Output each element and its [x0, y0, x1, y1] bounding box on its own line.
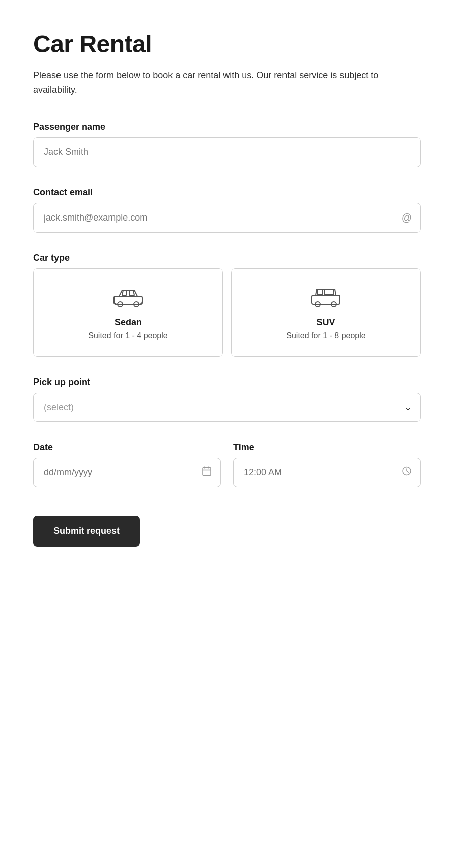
- suv-name: SUV: [316, 317, 335, 328]
- pickup-point-select[interactable]: (select): [33, 393, 421, 422]
- passenger-name-group: Passenger name: [33, 122, 421, 167]
- time-input-wrapper: [233, 458, 421, 487]
- contact-email-wrapper: @: [33, 203, 421, 233]
- passenger-name-label: Passenger name: [33, 122, 421, 132]
- suv-icon: [310, 285, 342, 309]
- contact-email-label: Contact email: [33, 187, 421, 198]
- submit-button[interactable]: Submit request: [33, 516, 140, 547]
- suv-description: Suited for 1 - 8 people: [286, 331, 365, 340]
- page-description: Please use the form below to book a car …: [33, 68, 421, 97]
- car-type-grid: Sedan Suited for 1 - 4 people: [33, 268, 421, 357]
- page-title: Car Rental: [33, 30, 421, 58]
- car-type-suv[interactable]: SUV Suited for 1 - 8 people: [231, 268, 421, 357]
- contact-email-group: Contact email @: [33, 187, 421, 233]
- sedan-description: Suited for 1 - 4 people: [88, 331, 167, 340]
- sedan-icon: [112, 285, 144, 309]
- date-input-wrapper: [33, 458, 221, 487]
- car-type-sedan[interactable]: Sedan Suited for 1 - 4 people: [33, 268, 223, 357]
- calendar-icon: [202, 466, 212, 479]
- date-group: Date: [33, 442, 221, 487]
- date-input[interactable]: [33, 458, 221, 487]
- contact-email-input[interactable]: [33, 203, 421, 233]
- sedan-name: Sedan: [115, 317, 142, 328]
- passenger-name-input[interactable]: [33, 137, 421, 167]
- date-time-group: Date Time: [33, 442, 421, 487]
- date-time-row: Date Time: [33, 442, 421, 487]
- pickup-point-label: Pick up point: [33, 377, 421, 388]
- car-type-group: Car type: [33, 253, 421, 357]
- at-sign-icon: @: [402, 212, 412, 224]
- time-label: Time: [233, 442, 421, 453]
- time-input[interactable]: [233, 458, 421, 487]
- svg-line-14: [407, 471, 409, 473]
- pickup-point-group: Pick up point (select) ⌄: [33, 377, 421, 422]
- clock-icon: [402, 466, 412, 479]
- time-group: Time: [233, 442, 421, 487]
- pickup-point-wrapper: (select) ⌄: [33, 393, 421, 422]
- svg-rect-8: [203, 468, 211, 476]
- date-label: Date: [33, 442, 221, 453]
- car-type-label: Car type: [33, 253, 421, 263]
